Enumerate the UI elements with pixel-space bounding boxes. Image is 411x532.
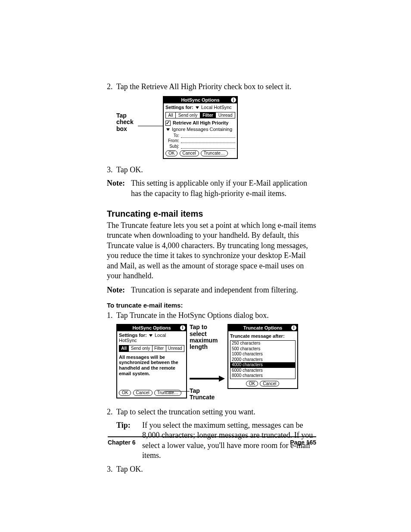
figure-hotsync-filter: Tap check box HotSync Options i Settings… [107,96,316,159]
info-icon[interactable]: i [231,97,236,103]
step-number: 1. [107,311,116,320]
ok-button[interactable]: OK [119,390,131,396]
dialog-titlebar: Truncate Options i [228,325,297,331]
callout-tap-checkbox: Tap check box [116,112,136,132]
tab-filter[interactable]: Filter [200,112,216,118]
text-input[interactable] [181,144,235,149]
dropdown-icon[interactable] [166,128,170,131]
settings-label: Settings for: [119,333,147,338]
info-icon[interactable]: i [291,325,296,330]
ignore-messages-row[interactable]: Ignore Messages Containing [165,127,235,132]
tab-all[interactable]: All [119,345,129,352]
field-label: Subj: [165,144,179,149]
palm-dialog-truncate-options: Truncate Options i Truncate message afte… [227,324,298,389]
callout-line: Tap to [190,324,225,330]
callout-line: maximum [190,337,225,344]
callout-line: Truncate [190,394,225,401]
tab-unread[interactable]: Unread [166,345,184,352]
step-text: Tap the Retrieve All High Priority check… [116,82,291,92]
tab-filter[interactable]: Filter [153,345,166,352]
sync-message: All messages will be synchronized betwee… [119,354,184,389]
note-text: This setting is applicable only if your … [131,178,316,199]
button-row: OK Cancel [230,381,296,387]
page-footer: Chapter 6 Page 165 [108,436,316,446]
cancel-button[interactable]: Cancel [133,390,153,396]
dialog-titlebar: HotSync Options i [117,325,186,331]
palm-dialog-hotsync-options: HotSync Options i Settings for: Local Ho… [163,96,238,159]
cancel-button[interactable]: Cancel [260,381,279,387]
ok-button[interactable]: OK [246,381,258,387]
cancel-button[interactable]: Cancel [180,150,199,156]
note-label: Note: [107,178,131,199]
callout-column: Tap to select maximum length Tap Truncat… [190,324,225,401]
step-3: 3. Tap OK. [107,165,316,175]
footer-page: Page 165 [290,439,316,446]
ok-button[interactable]: OK [165,150,177,156]
checkbox-icon[interactable] [165,121,171,126]
section-heading-truncating: Truncating e-mail items [107,209,316,219]
info-icon[interactable]: i [180,325,185,330]
settings-value[interactable]: Local HotSync [201,105,232,110]
note-truncation: Note: Truncation is separate and indepen… [107,285,316,295]
dropdown-icon[interactable] [196,106,199,109]
callout-tap-truncate: Tap Truncate [190,388,225,401]
tab-unread[interactable]: Unread [216,112,235,118]
truncate-after-label: Truncate message after: [230,333,296,339]
note-text: Truncation is separate and independent f… [131,285,298,295]
truncate-option[interactable]: 6000 characters [230,368,295,373]
step-3b: 3. Tap OK. [107,464,316,474]
settings-label: Settings for: [165,105,193,110]
callout-line: box [116,126,136,132]
callout-line: Tap [190,388,225,394]
palm-dialog-hotsync-options-2: HotSync Options i Settings for: Local Ho… [116,324,187,398]
dropdown-icon[interactable] [149,334,153,337]
truncate-option[interactable]: 250 characters [230,341,295,346]
to-field: To: [165,133,235,138]
retrieve-label: Retrieve All High Priority [173,120,228,125]
field-label: From: [165,138,179,143]
retrieve-high-priority-row[interactable]: Retrieve All High Priority [165,120,235,126]
button-row: OK Cancel Truncate… [165,150,235,156]
dialog-title: HotSync Options [181,97,219,103]
truncate-option[interactable]: 2000 characters [230,357,295,363]
dialog-titlebar: HotSync Options i [164,97,237,103]
step-2: 2. Tap the Retrieve All High Priority ch… [107,82,316,92]
truncate-option[interactable]: 8000 characters [230,373,295,379]
settings-for-row: Settings for: Local HotSync [119,333,184,343]
callout-line: Tap [116,112,136,119]
ignore-label: Ignore Messages Containing [172,127,232,132]
arrow-right-icon [190,376,225,382]
truncate-option[interactable]: 500 characters [230,346,295,352]
truncate-option[interactable]: 1000 characters [230,352,295,357]
settings-for-row: Settings for: Local HotSync [165,105,235,110]
subheading-to-truncate: To truncate e-mail items: [107,302,316,309]
paragraph-truncate-intro: The Truncate feature lets you set a poin… [107,221,316,281]
step-1b: 1. Tap Truncate in the HotSync Options d… [107,311,316,320]
step-number: 3. [107,165,116,175]
tab-all[interactable]: All [166,112,176,118]
tab-send-only[interactable]: Send only [176,112,200,118]
footer-chapter: Chapter 6 [108,439,136,446]
step-text: Tap Truncate in the HotSync Options dial… [116,311,269,320]
truncate-button[interactable]: Truncate… [201,150,228,156]
callout-line: check [116,119,136,125]
tab-bar: All Send only Filter Unread [165,112,235,119]
step-number: 3. [107,464,116,474]
note-high-priority: Note: This setting is applicable only if… [107,178,316,199]
text-input[interactable] [181,133,235,138]
step-text: Tap to select the truncation setting you… [116,407,255,417]
callout-line: length [190,344,225,350]
field-label: To: [165,133,179,138]
tab-bar: All Send only Filter Unread [119,345,184,352]
subj-field: Subj: [165,144,235,149]
truncate-option[interactable]: 4000 characters [230,362,295,368]
from-field: From: [165,138,235,143]
truncate-options-list[interactable]: 250 characters500 characters1000 charact… [230,340,296,379]
dialog-title: Truncate Options [243,325,282,331]
note-label: Note: [107,285,131,295]
step-text: Tap OK. [116,165,143,175]
figure-truncate-flow: HotSync Options i Settings for: Local Ho… [107,324,316,401]
text-input[interactable] [181,138,235,143]
tab-send-only[interactable]: Send only [129,345,152,352]
step-text: Tap OK. [116,464,143,474]
